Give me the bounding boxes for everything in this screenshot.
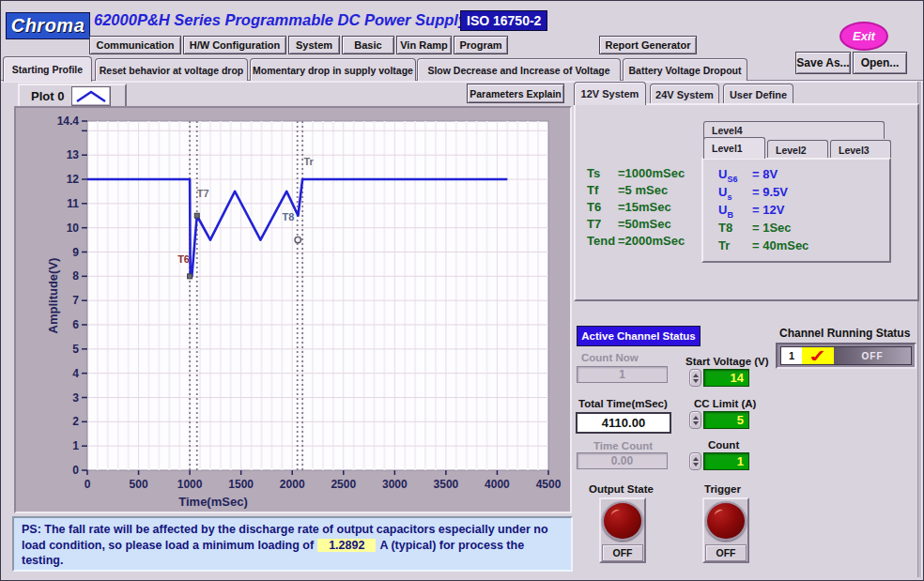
svg-text:2500: 2500 <box>331 478 356 491</box>
value-tr: Tr= 40mSec <box>718 238 889 256</box>
svg-text:4500: 4500 <box>536 478 562 491</box>
svg-text:Amplitude(V): Amplitude(V) <box>46 258 60 334</box>
menu-vin-ramp-button[interactable]: Vin Ramp <box>396 36 452 54</box>
timing-row-tf: Tf=5 mSec <box>587 183 709 200</box>
note-highlight-value: 1.2892 <box>317 539 376 552</box>
app-window: Chroma 62000P&H Series Programmable DC P… <box>0 0 924 581</box>
start-voltage-display[interactable]: 14 <box>703 369 749 387</box>
tab-level3[interactable]: Level3 <box>830 140 891 159</box>
svg-text:7: 7 <box>72 294 79 307</box>
menu-basic-button[interactable]: Basic <box>342 36 394 54</box>
channel-running-status-control[interactable]: 1 ✓ OFF <box>776 343 916 369</box>
svg-text:0: 0 <box>85 478 91 491</box>
ps-note: PS: The fall rate will be affected by th… <box>12 516 573 572</box>
count-now-field: 1 <box>577 366 668 383</box>
report-generator-button[interactable]: Report Generator <box>599 36 697 54</box>
trigger-button[interactable] <box>705 501 747 541</box>
start-voltage-stepper[interactable] <box>689 369 701 387</box>
plot-label: Plot 0 <box>31 89 64 103</box>
total-time-field[interactable]: 4110.00 <box>576 412 671 434</box>
svg-text:8: 8 <box>72 269 79 283</box>
trigger-value[interactable]: OFF <box>705 544 747 561</box>
svg-text:T7: T7 <box>197 188 209 199</box>
output-state-label: Output State <box>589 483 654 495</box>
svg-text:2000: 2000 <box>280 478 305 491</box>
output-state-button[interactable] <box>602 501 643 541</box>
check-icon: ✓ <box>807 347 829 364</box>
stepper-down-icon[interactable] <box>693 379 699 383</box>
tab-user-define[interactable]: User Define <box>723 84 793 104</box>
time-count-label: Time Count <box>593 440 653 451</box>
count-display[interactable]: 1 <box>703 452 749 470</box>
svg-text:14.4: 14.4 <box>57 115 80 128</box>
value-us: Us= 9.5V <box>718 185 889 203</box>
count-now-label: Count Now <box>581 352 639 363</box>
chroma-logo: Chroma <box>6 12 90 39</box>
timing-row-ts: Ts=1000mSec <box>587 166 709 183</box>
tab-level1[interactable]: Level1 <box>703 137 765 159</box>
svg-text:3: 3 <box>72 391 79 405</box>
timing-row-tend: Tend=2000mSec <box>587 234 709 251</box>
stepper-down-icon[interactable] <box>693 421 699 425</box>
svg-text:3000: 3000 <box>382 478 408 491</box>
time-count-field: 0.00 <box>577 452 668 469</box>
exit-button[interactable]: Exit <box>839 22 888 51</box>
svg-text:9: 9 <box>72 246 79 259</box>
tab-24v-system[interactable]: 24V System <box>650 84 719 104</box>
stepper-down-icon[interactable] <box>693 463 699 466</box>
save-as-button[interactable]: Save As... <box>795 52 851 74</box>
output-state-panel: OFF <box>599 497 646 563</box>
tab-momentary-drop[interactable]: Momentary drop in supply voltage <box>250 58 416 81</box>
svg-text:4: 4 <box>72 367 79 380</box>
tab-starting-profile[interactable]: Starting Profile <box>3 56 92 82</box>
menu-hw-configuration-button[interactable]: H/W Configuration <box>183 36 286 54</box>
menu-system-button[interactable]: System <box>288 36 340 54</box>
svg-text:1000: 1000 <box>177 478 203 491</box>
svg-text:12: 12 <box>67 173 80 186</box>
channel-state-cell: OFF <box>834 347 911 364</box>
open-button[interactable]: Open... <box>853 52 907 74</box>
svg-text:3500: 3500 <box>434 478 459 491</box>
svg-text:11: 11 <box>67 197 79 210</box>
svg-text:1500: 1500 <box>228 478 254 491</box>
value-ub: UB= 12V <box>718 203 889 221</box>
tab-12v-system[interactable]: 12V System <box>574 82 646 105</box>
stepper-up-icon[interactable] <box>693 416 699 420</box>
svg-text:T8: T8 <box>282 211 294 222</box>
cc-limit-label: CC Limit (A) <box>694 398 756 409</box>
svg-text:10: 10 <box>67 222 80 235</box>
trigger-panel: OFF <box>702 497 749 563</box>
svg-text:5: 5 <box>72 343 79 356</box>
tab-slow-decrease-increase[interactable]: Slow Decrease and Increase of Voltage <box>417 58 621 81</box>
app-title: 62000P&H Series Programmable DC Power Su… <box>94 11 467 29</box>
svg-text:T6: T6 <box>177 253 190 265</box>
timing-row-t7: T7=50mSec <box>587 217 709 234</box>
cc-limit-display[interactable]: 5 <box>703 411 749 429</box>
channel-running-status-inner: 1 ✓ OFF <box>780 346 912 365</box>
tab-battery-voltage-dropout[interactable]: Battery Voltage Dropout <box>623 58 747 81</box>
level1-values-panel: US6= 8V Us= 9.5V UB= 12V T8= 1Sec Tr= 40… <box>701 158 891 263</box>
svg-text:500: 500 <box>130 478 148 491</box>
plot-selector[interactable]: Plot 0 <box>18 84 127 108</box>
count-stepper[interactable] <box>689 452 701 470</box>
channel-check-cell[interactable]: ✓ <box>802 347 834 364</box>
count-label: Count <box>708 439 739 451</box>
svg-text:2: 2 <box>72 415 79 428</box>
active-channel-status-header: Active Channel Status <box>577 326 701 346</box>
menu-program-button[interactable]: Program <box>454 36 508 54</box>
svg-text:0: 0 <box>72 464 79 477</box>
output-state-value[interactable]: OFF <box>602 544 643 561</box>
total-time-label: Total Time(mSec) <box>578 398 668 409</box>
stepper-up-icon[interactable] <box>693 374 699 377</box>
start-voltage-label: Start Voltage (V) <box>685 356 769 367</box>
parameters-explain-button[interactable]: Parameters Explain <box>467 84 564 103</box>
menu-communication-button[interactable]: Communication <box>89 36 181 54</box>
channel-number-cell: 1 <box>781 347 802 364</box>
waveform-plot: 14.4131211109876543210050010001500200025… <box>14 106 572 513</box>
tab-reset-behavior[interactable]: Reset behavior at voltage drop <box>95 58 248 81</box>
stepper-up-icon[interactable] <box>693 457 699 461</box>
value-us6: US6= 8V <box>718 167 889 185</box>
iso-standard-badge: ISO 16750-2 <box>460 10 547 31</box>
tab-level2[interactable]: Level2 <box>767 140 828 159</box>
cc-limit-stepper[interactable] <box>689 411 701 429</box>
